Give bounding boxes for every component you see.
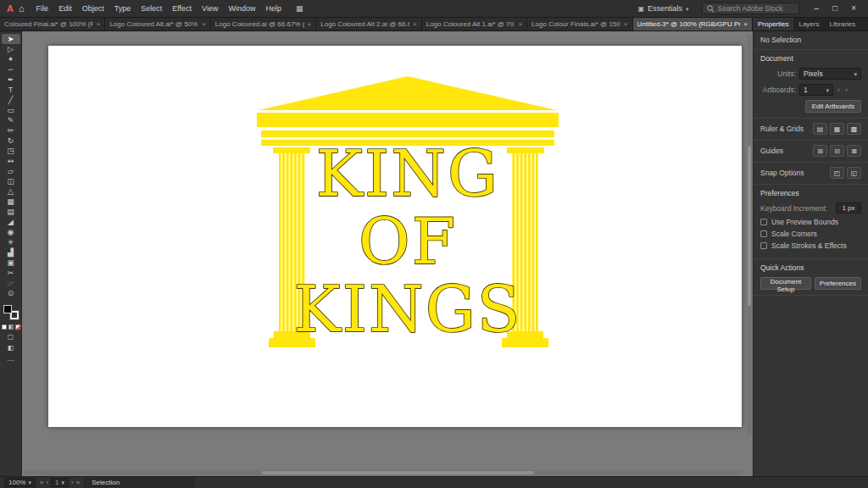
artboards-select[interactable]: 1 ▾ bbox=[799, 84, 833, 96]
symbol-sprayer-tool[interactable]: ✳ bbox=[2, 237, 20, 247]
close-button[interactable]: × bbox=[844, 0, 863, 17]
selection-tool[interactable]: ➤ bbox=[2, 34, 20, 44]
document-tab[interactable]: Logo Coloured Alt 2.ai @ 66.67% (R... × bbox=[316, 18, 421, 30]
prev-artboard-icon[interactable]: ‹ bbox=[46, 479, 48, 486]
checkbox[interactable] bbox=[760, 219, 767, 225]
units-select[interactable]: Pixels ▾ bbox=[799, 68, 861, 80]
close-icon[interactable]: × bbox=[743, 20, 748, 28]
logo-text-line3[interactable]: KINGS bbox=[293, 273, 521, 346]
fill-color-swatch[interactable] bbox=[3, 305, 12, 313]
type-tool[interactable]: T bbox=[2, 85, 20, 95]
pen-tool[interactable]: ✒ bbox=[2, 75, 20, 85]
lock-guides-icon[interactable]: ⊟ bbox=[830, 145, 844, 157]
menu-item[interactable]: Type bbox=[109, 0, 136, 17]
checkbox[interactable] bbox=[760, 242, 767, 249]
paintbrush-tool[interactable]: ✎ bbox=[2, 115, 20, 125]
screen-mode-button[interactable]: ◧ bbox=[8, 345, 14, 352]
menu-item[interactable]: Select bbox=[136, 0, 167, 17]
document-tab[interactable]: Untitled-3* @ 100% (RGB/GPU Preview) × bbox=[633, 18, 753, 30]
line-segment-tool[interactable]: ╱ bbox=[2, 95, 20, 105]
rotate-tool[interactable]: ↻ bbox=[2, 136, 20, 146]
document-setup-button[interactable]: Document Setup bbox=[760, 277, 811, 290]
transparency-grid-icon[interactable]: ▩ bbox=[847, 123, 861, 135]
smart-guides-icon[interactable]: ⊠ bbox=[847, 145, 861, 157]
more-tools-icon[interactable]: … bbox=[7, 355, 14, 363]
slice-tool[interactable]: ✂ bbox=[2, 268, 20, 278]
entablature-band-1[interactable] bbox=[257, 113, 559, 127]
logo-text-line1[interactable]: KING bbox=[316, 137, 499, 210]
perspective-grid-tool[interactable]: △ bbox=[2, 186, 20, 197]
artboard-nav-select[interactable]: 1 ▾ bbox=[51, 478, 69, 487]
adobe-logo-icon[interactable]: A bbox=[7, 3, 14, 14]
next-artboard-icon[interactable]: › bbox=[844, 86, 849, 94]
vertical-scrollbar[interactable] bbox=[747, 34, 752, 435]
zoom-tool[interactable]: ⊙ bbox=[2, 288, 20, 298]
scale-tool[interactable]: ◳ bbox=[2, 146, 20, 156]
document-tab[interactable]: Logo Coloured.ai @ 66.67% (RGB/G... × bbox=[211, 18, 316, 30]
arrange-documents-icon[interactable]: ▦ bbox=[288, 4, 311, 13]
direct-selection-tool[interactable]: ▷ bbox=[2, 44, 20, 54]
menu-item[interactable]: View bbox=[197, 0, 223, 17]
gradient-tool[interactable]: ▤ bbox=[2, 207, 20, 217]
rulers-icon[interactable]: ▤ bbox=[813, 123, 827, 135]
eyedropper-tool[interactable]: ◢ bbox=[2, 217, 20, 227]
color-button[interactable] bbox=[2, 324, 7, 330]
gradient-button[interactable] bbox=[8, 324, 14, 330]
horizontal-scrollbar-thumb[interactable] bbox=[262, 471, 535, 474]
menu-item[interactable]: Object bbox=[77, 0, 109, 17]
close-icon[interactable]: × bbox=[413, 20, 417, 28]
shape-builder-tool[interactable]: ◫ bbox=[2, 176, 20, 186]
next-artboard-icon[interactable]: › bbox=[71, 479, 74, 486]
menu-item[interactable]: Window bbox=[223, 0, 260, 17]
maximize-button[interactable]: □ bbox=[826, 0, 844, 17]
document-tab[interactable]: Logo Coloured Alt 1.ai* @ 70.22% (... × bbox=[422, 18, 527, 30]
rectangle-tool[interactable]: ▭ bbox=[2, 105, 20, 115]
checkbox[interactable] bbox=[760, 230, 767, 237]
prev-artboard-icon[interactable]: ‹ bbox=[837, 86, 841, 94]
document-tab[interactable]: Logo Coloured Alt.ai* @ 50% (RGB/... × bbox=[105, 18, 210, 30]
panel-tab[interactable]: Layers bbox=[793, 18, 824, 30]
pediment-shape[interactable] bbox=[259, 76, 557, 110]
width-tool[interactable]: ↭ bbox=[2, 156, 20, 166]
snap-to-grid-icon[interactable]: ◰ bbox=[830, 167, 844, 179]
document-tab[interactable]: Coloured Final.ai* @ 100% (R... × bbox=[0, 18, 105, 30]
horizontal-scrollbar[interactable] bbox=[25, 470, 743, 475]
snap-to-pixel-icon[interactable]: ◱ bbox=[847, 167, 861, 179]
lasso-tool[interactable]: ∽ bbox=[2, 64, 20, 75]
entablature-band-2[interactable] bbox=[261, 130, 554, 137]
panel-tab[interactable]: Properties bbox=[753, 18, 793, 30]
zoom-level-select[interactable]: 100% ▾ bbox=[4, 478, 36, 487]
none-button[interactable] bbox=[15, 324, 20, 330]
workspace-switcher[interactable]: ▣ Essentials ▾ bbox=[633, 4, 693, 13]
edit-artboards-button[interactable]: Edit Artboards bbox=[805, 100, 861, 113]
grid-icon[interactable]: ▦ bbox=[830, 123, 844, 135]
free-transform-tool[interactable]: ▱ bbox=[2, 166, 20, 176]
menu-item[interactable]: File bbox=[31, 0, 54, 17]
home-icon[interactable]: ⌂ bbox=[19, 3, 25, 14]
canvas-area[interactable]: KING OF KINGS bbox=[22, 31, 753, 476]
close-icon[interactable]: × bbox=[202, 20, 206, 28]
vertical-scrollbar-thumb[interactable] bbox=[748, 146, 751, 306]
mesh-tool[interactable]: ▦ bbox=[2, 197, 20, 207]
draw-mode-button[interactable]: ▢ bbox=[8, 334, 14, 341]
artboard-tool[interactable]: ▣ bbox=[2, 258, 20, 268]
menu-item[interactable]: Help bbox=[260, 0, 287, 17]
minimize-button[interactable]: – bbox=[808, 0, 826, 17]
first-artboard-icon[interactable]: « bbox=[40, 479, 43, 486]
logo-text-line2[interactable]: OF bbox=[359, 205, 457, 278]
search-input[interactable] bbox=[718, 4, 794, 13]
document-tab[interactable]: Logo Colour Finals.ai* @ 150% (RG... × bbox=[527, 18, 632, 30]
close-icon[interactable]: × bbox=[308, 20, 312, 28]
show-guides-icon[interactable]: ⊞ bbox=[813, 145, 827, 157]
preferences-button[interactable]: Preferences bbox=[815, 277, 861, 290]
menu-item[interactable]: Edit bbox=[53, 0, 77, 17]
panel-tab[interactable]: Libraries bbox=[824, 18, 860, 30]
last-artboard-icon[interactable]: » bbox=[76, 479, 80, 486]
magic-wand-tool[interactable]: ✦ bbox=[2, 54, 20, 64]
keyboard-increment-input[interactable] bbox=[836, 202, 861, 214]
close-icon[interactable]: × bbox=[97, 20, 101, 28]
close-icon[interactable]: × bbox=[518, 20, 522, 28]
close-icon[interactable]: × bbox=[624, 20, 628, 28]
menu-item[interactable]: Effect bbox=[167, 0, 197, 17]
shaper-tool[interactable]: ✏ bbox=[2, 125, 20, 136]
